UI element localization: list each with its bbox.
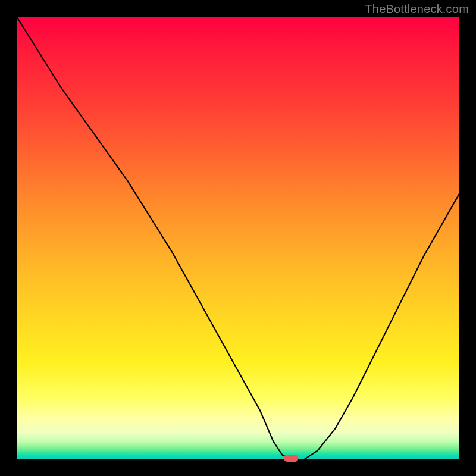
watermark-text: TheBottleneck.com — [365, 2, 469, 16]
optimal-marker — [284, 455, 298, 462]
curve-line — [17, 17, 459, 459]
chart-frame: TheBottleneck.com — [0, 0, 476, 476]
plot-area — [17, 17, 459, 459]
bottleneck-curve — [17, 17, 459, 459]
